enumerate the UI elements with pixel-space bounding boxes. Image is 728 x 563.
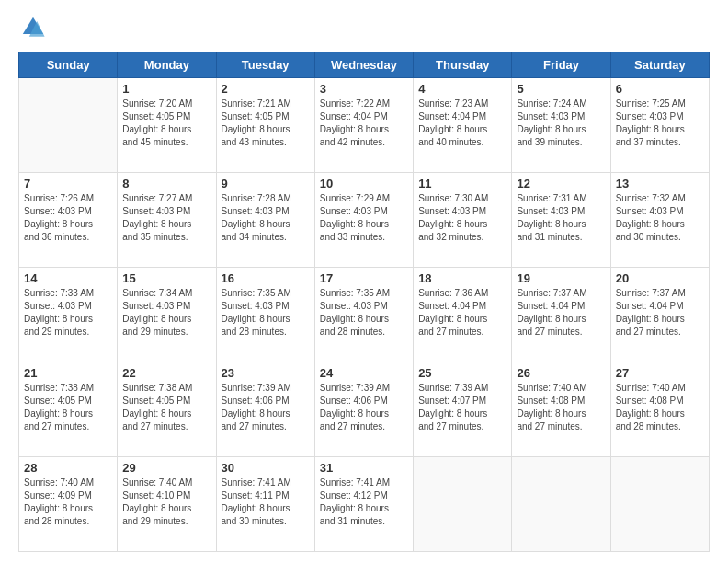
calendar-cell: 3Sunrise: 7:22 AM Sunset: 4:04 PM Daylig… bbox=[314, 78, 413, 173]
calendar-header-sunday: Sunday bbox=[19, 52, 118, 78]
calendar-cell bbox=[19, 78, 118, 173]
cell-info: Sunrise: 7:29 AM Sunset: 4:03 PM Dayligh… bbox=[320, 192, 408, 244]
day-number: 10 bbox=[320, 177, 408, 190]
day-number: 9 bbox=[222, 177, 310, 190]
calendar-week-3: 14Sunrise: 7:33 AM Sunset: 4:03 PM Dayli… bbox=[19, 268, 710, 362]
calendar-cell: 19Sunrise: 7:37 AM Sunset: 4:04 PM Dayli… bbox=[512, 268, 610, 362]
calendar-header-saturday: Saturday bbox=[610, 52, 709, 78]
cell-info: Sunrise: 7:35 AM Sunset: 4:03 PM Dayligh… bbox=[222, 287, 310, 339]
day-number: 31 bbox=[320, 461, 408, 475]
day-number: 29 bbox=[122, 461, 210, 475]
calendar-cell: 25Sunrise: 7:39 AM Sunset: 4:07 PM Dayli… bbox=[414, 362, 512, 457]
cell-info: Sunrise: 7:34 AM Sunset: 4:03 PM Dayligh… bbox=[122, 287, 210, 339]
calendar-week-2: 7Sunrise: 7:26 AM Sunset: 4:03 PM Daylig… bbox=[19, 173, 710, 268]
header bbox=[18, 17, 710, 44]
calendar-cell bbox=[512, 457, 610, 552]
day-number: 24 bbox=[320, 366, 408, 380]
day-number: 20 bbox=[616, 271, 704, 285]
cell-info: Sunrise: 7:39 AM Sunset: 4:06 PM Dayligh… bbox=[222, 382, 310, 433]
cell-info: Sunrise: 7:21 AM Sunset: 4:05 PM Dayligh… bbox=[222, 98, 310, 149]
cell-info: Sunrise: 7:27 AM Sunset: 4:03 PM Dayligh… bbox=[122, 192, 210, 244]
calendar-cell: 28Sunrise: 7:40 AM Sunset: 4:09 PM Dayli… bbox=[19, 457, 118, 552]
calendar-header-monday: Monday bbox=[118, 52, 216, 78]
day-number: 3 bbox=[320, 82, 408, 96]
cell-info: Sunrise: 7:40 AM Sunset: 4:10 PM Dayligh… bbox=[122, 477, 210, 528]
calendar-cell: 14Sunrise: 7:33 AM Sunset: 4:03 PM Dayli… bbox=[19, 268, 118, 362]
cell-info: Sunrise: 7:26 AM Sunset: 4:03 PM Dayligh… bbox=[24, 192, 112, 244]
cell-info: Sunrise: 7:25 AM Sunset: 4:03 PM Dayligh… bbox=[616, 98, 704, 149]
day-number: 16 bbox=[222, 271, 310, 285]
day-number: 30 bbox=[222, 461, 310, 475]
cell-info: Sunrise: 7:22 AM Sunset: 4:04 PM Dayligh… bbox=[320, 98, 408, 149]
logo bbox=[18, 17, 50, 44]
calendar-cell: 6Sunrise: 7:25 AM Sunset: 4:03 PM Daylig… bbox=[610, 78, 709, 173]
day-number: 17 bbox=[320, 271, 408, 285]
cell-info: Sunrise: 7:38 AM Sunset: 4:05 PM Dayligh… bbox=[24, 382, 112, 433]
day-number: 11 bbox=[418, 177, 506, 190]
page: SundayMondayTuesdayWednesdayThursdayFrid… bbox=[0, 0, 728, 563]
cell-info: Sunrise: 7:41 AM Sunset: 4:12 PM Dayligh… bbox=[320, 477, 408, 528]
day-number: 25 bbox=[418, 366, 506, 380]
day-number: 15 bbox=[122, 271, 210, 285]
day-number: 19 bbox=[517, 271, 605, 285]
calendar-cell: 18Sunrise: 7:36 AM Sunset: 4:04 PM Dayli… bbox=[414, 268, 512, 362]
day-number: 6 bbox=[616, 82, 704, 96]
calendar-cell: 21Sunrise: 7:38 AM Sunset: 4:05 PM Dayli… bbox=[19, 362, 118, 457]
cell-info: Sunrise: 7:32 AM Sunset: 4:03 PM Dayligh… bbox=[616, 192, 704, 244]
cell-info: Sunrise: 7:40 AM Sunset: 4:09 PM Dayligh… bbox=[24, 477, 112, 528]
cell-info: Sunrise: 7:40 AM Sunset: 4:08 PM Dayligh… bbox=[517, 382, 605, 433]
day-number: 4 bbox=[418, 82, 506, 96]
calendar-header-wednesday: Wednesday bbox=[314, 52, 413, 78]
cell-info: Sunrise: 7:41 AM Sunset: 4:11 PM Dayligh… bbox=[222, 477, 310, 528]
logo-icon bbox=[20, 15, 46, 40]
day-number: 13 bbox=[616, 177, 704, 190]
calendar-header-row: SundayMondayTuesdayWednesdayThursdayFrid… bbox=[19, 52, 710, 78]
day-number: 28 bbox=[24, 461, 112, 475]
cell-info: Sunrise: 7:24 AM Sunset: 4:03 PM Dayligh… bbox=[517, 98, 605, 149]
calendar-cell: 26Sunrise: 7:40 AM Sunset: 4:08 PM Dayli… bbox=[512, 362, 610, 457]
day-number: 26 bbox=[517, 366, 605, 380]
calendar-cell: 24Sunrise: 7:39 AM Sunset: 4:06 PM Dayli… bbox=[314, 362, 413, 457]
calendar-cell: 31Sunrise: 7:41 AM Sunset: 4:12 PM Dayli… bbox=[314, 457, 413, 552]
day-number: 14 bbox=[24, 271, 112, 285]
cell-info: Sunrise: 7:20 AM Sunset: 4:05 PM Dayligh… bbox=[122, 98, 210, 149]
calendar-cell: 22Sunrise: 7:38 AM Sunset: 4:05 PM Dayli… bbox=[118, 362, 216, 457]
calendar-cell: 20Sunrise: 7:37 AM Sunset: 4:04 PM Dayli… bbox=[610, 268, 709, 362]
calendar-cell: 27Sunrise: 7:40 AM Sunset: 4:08 PM Dayli… bbox=[610, 362, 709, 457]
day-number: 12 bbox=[517, 177, 605, 190]
cell-info: Sunrise: 7:23 AM Sunset: 4:04 PM Dayligh… bbox=[418, 98, 506, 149]
day-number: 23 bbox=[222, 366, 310, 380]
calendar-header-thursday: Thursday bbox=[414, 52, 512, 78]
calendar-cell bbox=[414, 457, 512, 552]
day-number: 5 bbox=[517, 82, 605, 96]
day-number: 27 bbox=[616, 366, 704, 380]
calendar-header-friday: Friday bbox=[512, 52, 610, 78]
day-number: 21 bbox=[24, 366, 112, 380]
day-number: 18 bbox=[418, 271, 506, 285]
calendar-cell: 23Sunrise: 7:39 AM Sunset: 4:06 PM Dayli… bbox=[216, 362, 314, 457]
cell-info: Sunrise: 7:39 AM Sunset: 4:06 PM Dayligh… bbox=[320, 382, 408, 433]
day-number: 7 bbox=[24, 177, 112, 190]
calendar-cell: 10Sunrise: 7:29 AM Sunset: 4:03 PM Dayli… bbox=[314, 173, 413, 268]
day-number: 22 bbox=[122, 366, 210, 380]
calendar-cell: 9Sunrise: 7:28 AM Sunset: 4:03 PM Daylig… bbox=[216, 173, 314, 268]
day-number: 8 bbox=[122, 177, 210, 190]
cell-info: Sunrise: 7:28 AM Sunset: 4:03 PM Dayligh… bbox=[222, 192, 310, 244]
cell-info: Sunrise: 7:38 AM Sunset: 4:05 PM Dayligh… bbox=[122, 382, 210, 433]
cell-info: Sunrise: 7:30 AM Sunset: 4:03 PM Dayligh… bbox=[418, 192, 506, 244]
cell-info: Sunrise: 7:39 AM Sunset: 4:07 PM Dayligh… bbox=[418, 382, 506, 433]
calendar-cell: 17Sunrise: 7:35 AM Sunset: 4:03 PM Dayli… bbox=[314, 268, 413, 362]
cell-info: Sunrise: 7:36 AM Sunset: 4:04 PM Dayligh… bbox=[418, 287, 506, 339]
cell-info: Sunrise: 7:35 AM Sunset: 4:03 PM Dayligh… bbox=[320, 287, 408, 339]
day-number: 2 bbox=[222, 82, 310, 96]
calendar-cell: 7Sunrise: 7:26 AM Sunset: 4:03 PM Daylig… bbox=[19, 173, 118, 268]
calendar-week-1: 1Sunrise: 7:20 AM Sunset: 4:05 PM Daylig… bbox=[19, 78, 710, 173]
calendar-table: SundayMondayTuesdayWednesdayThursdayFrid… bbox=[18, 52, 710, 552]
calendar-week-4: 21Sunrise: 7:38 AM Sunset: 4:05 PM Dayli… bbox=[19, 362, 710, 457]
day-number: 1 bbox=[122, 82, 210, 96]
calendar-cell: 1Sunrise: 7:20 AM Sunset: 4:05 PM Daylig… bbox=[118, 78, 216, 173]
calendar-cell: 4Sunrise: 7:23 AM Sunset: 4:04 PM Daylig… bbox=[414, 78, 512, 173]
cell-info: Sunrise: 7:37 AM Sunset: 4:04 PM Dayligh… bbox=[517, 287, 605, 339]
cell-info: Sunrise: 7:37 AM Sunset: 4:04 PM Dayligh… bbox=[616, 287, 704, 339]
calendar-cell: 2Sunrise: 7:21 AM Sunset: 4:05 PM Daylig… bbox=[216, 78, 314, 173]
